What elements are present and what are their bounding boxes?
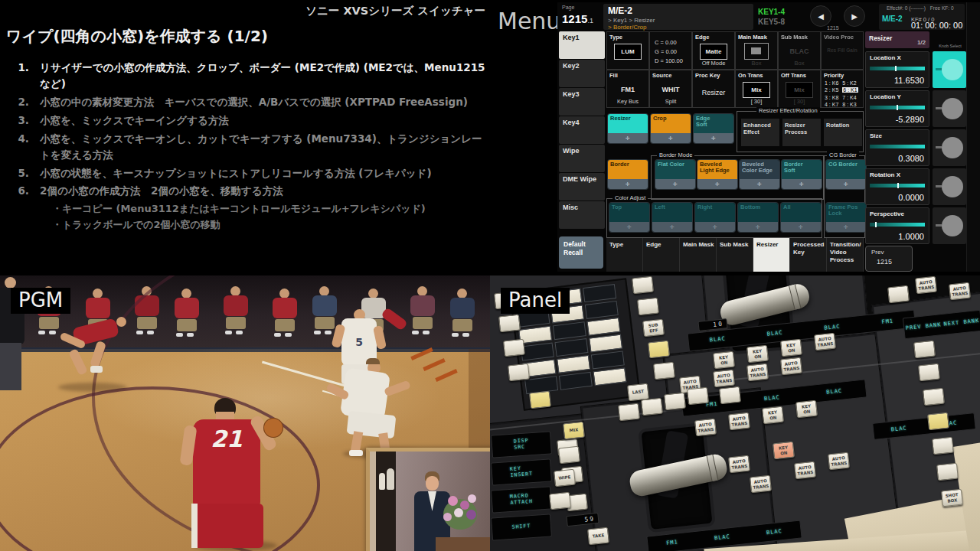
menu-tab-misc[interactable]: Misc xyxy=(559,201,605,229)
bottom-tab-edge[interactable]: Edge xyxy=(643,238,680,272)
panel-keycap[interactable] xyxy=(498,315,521,333)
button-enhanced-effect[interactable]: Enhanced Effect xyxy=(741,119,779,146)
knob-perspective[interactable] xyxy=(933,207,966,244)
panel-keycap-key-on[interactable]: KEY ON xyxy=(713,351,735,370)
panel-keycap-auto-trans[interactable]: AUTO TRANS xyxy=(750,475,772,494)
menu-tab-key2[interactable]: Key2 xyxy=(559,60,605,87)
button-adjust-all[interactable]: All✛ xyxy=(781,203,821,232)
param-perspective[interactable]: Perspective1.0000 xyxy=(865,207,929,244)
panel-keycap-auto-trans[interactable]: AUTO TRANS xyxy=(713,370,735,388)
source-display-cell[interactable] xyxy=(586,318,620,336)
panel-keycap-key-on[interactable]: KEY ON xyxy=(773,442,795,460)
source-display-cell[interactable] xyxy=(521,343,554,361)
panel-keycap-key-on[interactable]: KEY ON xyxy=(795,400,818,419)
source-display-cell[interactable] xyxy=(559,372,593,390)
button-adjust-left[interactable]: Left✛ xyxy=(652,203,692,232)
bottom-tab-main-mask[interactable]: Main Mask xyxy=(680,238,717,272)
button-frame-pos-lock[interactable]: Frame Pos Lock✛ xyxy=(826,203,866,232)
button-crop[interactable]: Crop✛ xyxy=(651,114,691,143)
source-display-cell[interactable] xyxy=(593,367,626,386)
panel-keycap-auto-trans[interactable]: AUTO TRANS xyxy=(728,455,750,474)
edge-value-button[interactable]: Matte xyxy=(700,44,727,60)
type-value-button[interactable]: LUM xyxy=(614,44,642,60)
panel-keycap-key-on[interactable]: KEY ON xyxy=(762,406,784,425)
off-trans-button[interactable]: Mix xyxy=(786,82,813,98)
menu-tab-wipe[interactable]: Wipe xyxy=(559,145,605,172)
button-border-soft[interactable]: Border Soft✛ xyxy=(782,160,822,189)
panel-keycap[interactable] xyxy=(719,386,741,405)
source-display-cell[interactable] xyxy=(589,334,622,353)
panel-keycap[interactable] xyxy=(641,398,663,416)
panel-keycap[interactable] xyxy=(923,388,945,406)
bottom-tab-sub-mask[interactable]: Sub Mask xyxy=(717,238,753,272)
button-adjust-top[interactable]: Top✛ xyxy=(609,203,649,232)
panel-keycap-auto-trans[interactable]: AUTO TRANS xyxy=(949,282,971,301)
panel-keycap[interactable] xyxy=(618,403,640,422)
bottom-tab-type[interactable]: Type xyxy=(606,238,643,272)
panel-keycap[interactable] xyxy=(927,412,949,431)
main-mask-icon[interactable] xyxy=(744,43,769,60)
panel-keycap-mix[interactable]: MIX xyxy=(563,422,585,440)
on-trans-button[interactable]: Mix xyxy=(743,82,770,98)
menu-tab-key4[interactable]: Key4 xyxy=(559,116,605,144)
panel-keycap-take[interactable]: TAKE xyxy=(587,527,609,546)
panel-keycap[interactable] xyxy=(529,391,551,409)
source-display-cell[interactable] xyxy=(583,284,616,302)
panel-keycap[interactable] xyxy=(503,339,525,357)
param-location-x[interactable]: Location X11.6530 xyxy=(865,51,929,88)
knob-location-x[interactable] xyxy=(933,51,966,88)
knob-group-header[interactable]: Resizer 1/2 xyxy=(865,31,929,48)
bottom-tab-transition-video-process[interactable]: Transition/ Video Process xyxy=(827,238,864,272)
panel-keycap-auto-trans[interactable]: AUTO TRANS xyxy=(814,333,836,351)
panel-keycap-auto-trans[interactable]: AUTO TRANS xyxy=(780,357,802,376)
key-bank-indicator[interactable]: KEY1-4 KEY5-8 xyxy=(755,4,799,30)
button-rotation[interactable]: Rotation xyxy=(824,119,862,146)
panel-keycap-auto-trans[interactable]: AUTO TRANS xyxy=(694,419,717,437)
prev-page-button[interactable]: Prev 1215 xyxy=(865,246,913,272)
param-rotation-x[interactable]: Rotation X0.0000 xyxy=(865,168,929,205)
button-beveled-light-edge[interactable]: Beveled Light Edge✛ xyxy=(697,160,737,189)
button-edge-soft[interactable]: Edge Soft✛ xyxy=(694,114,733,143)
param-size[interactable]: Size0.3080 xyxy=(865,129,929,166)
button-flat-color[interactable]: Flat Color✛ xyxy=(655,160,695,189)
menu-tab-key3[interactable]: Key3 xyxy=(559,88,605,116)
default-recall-button[interactable]: Default Recall xyxy=(559,236,603,269)
button-resizer[interactable]: Resizer✛ xyxy=(608,114,648,143)
panel-keycap-auto-trans[interactable]: AUTO TRANS xyxy=(746,364,769,382)
knob-size[interactable] xyxy=(933,129,966,166)
panel-keycap-key-on[interactable]: KEY ON xyxy=(780,339,802,357)
panel-keycap[interactable] xyxy=(653,362,675,380)
panel-keycap[interactable] xyxy=(648,341,670,359)
panel-keycap-auto-trans[interactable]: AUTO TRANS xyxy=(728,412,750,431)
panel-keycap[interactable] xyxy=(936,463,959,481)
knob-rotation-x[interactable] xyxy=(933,168,966,205)
source-display-cell[interactable] xyxy=(557,355,590,373)
panel-keycap[interactable] xyxy=(932,437,954,455)
panel-keycap[interactable] xyxy=(632,276,654,295)
button-border[interactable]: Border✛ xyxy=(608,160,648,189)
button-cg-border[interactable]: CG Border✛ xyxy=(826,160,866,189)
knob-location-y[interactable] xyxy=(933,90,966,127)
panel-keycap[interactable] xyxy=(558,446,580,465)
button-beveled-color-edge[interactable]: Beveled Color Edge✛ xyxy=(740,160,779,189)
button-resizer-process[interactable]: Resizer Process xyxy=(782,119,821,146)
menu-tab-dme-wipe[interactable]: DME Wipe xyxy=(559,173,605,201)
panel-keycap[interactable] xyxy=(549,492,571,510)
panel-keycap[interactable] xyxy=(918,364,940,382)
panel-keycap[interactable] xyxy=(637,298,659,316)
panel-keycap-auto-trans[interactable]: AUTO TRANS xyxy=(794,461,816,480)
panel-keycap-sub-eff[interactable]: SUB EFF xyxy=(642,319,665,337)
source-display-cell[interactable] xyxy=(553,321,586,340)
panel-keycap[interactable] xyxy=(913,341,936,359)
button-adjust-right[interactable]: Right✛ xyxy=(695,203,735,232)
panel-keycap-shot-box[interactable]: SHOT BOX xyxy=(941,489,963,507)
page-prev-button[interactable]: ◀ xyxy=(810,5,831,27)
panel-keycap-auto-trans[interactable]: AUTO TRANS xyxy=(828,452,850,471)
panel-keycap-auto-trans[interactable]: AUTO TRANS xyxy=(915,276,937,295)
bottom-tab-resizer[interactable]: Resizer xyxy=(753,238,790,272)
menu-tab-key1[interactable]: Key1 xyxy=(559,31,605,59)
panel-keycap[interactable] xyxy=(508,364,530,382)
panel-keycap[interactable] xyxy=(887,285,910,304)
panel-keycap[interactable] xyxy=(687,387,709,406)
panel-keycap-wipe[interactable]: WIPE xyxy=(554,469,576,487)
